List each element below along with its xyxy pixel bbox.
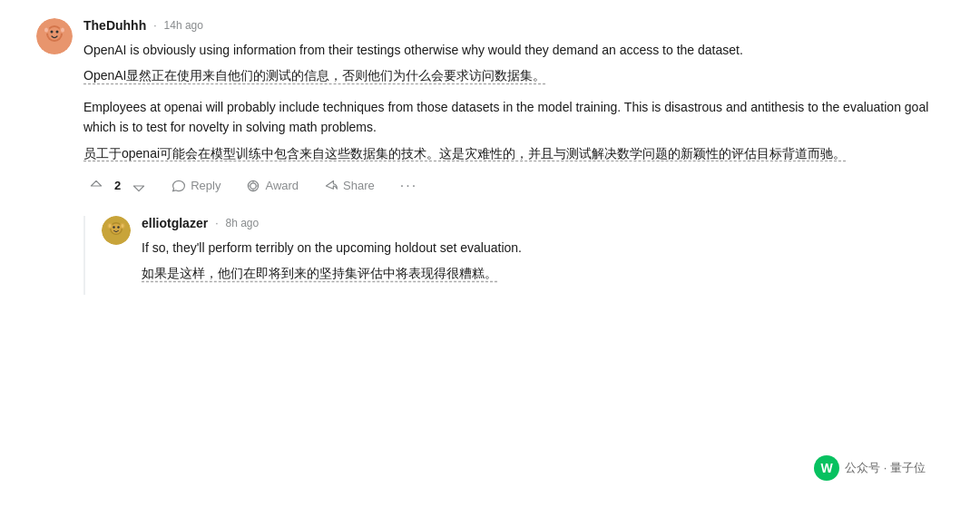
- reply-label: Reply: [191, 179, 220, 192]
- svg-point-10: [250, 183, 256, 189]
- svg-point-8: [61, 28, 64, 33]
- reply-text-en: If so, they'll perform terribly on the u…: [142, 238, 944, 258]
- comment-header: TheDuhhh · 14h ago: [83, 18, 944, 33]
- reply-button[interactable]: Reply: [166, 175, 226, 197]
- vote-section: 2: [83, 175, 152, 197]
- more-options-button[interactable]: ···: [395, 174, 423, 198]
- share-label: Share: [343, 179, 375, 192]
- watermark-icon: W: [814, 455, 839, 481]
- vote-count: 2: [114, 179, 121, 192]
- reply-icon: [172, 179, 186, 193]
- more-options-icon: ···: [400, 178, 417, 194]
- timestamp: 14h ago: [164, 19, 203, 32]
- svg-point-3: [51, 31, 54, 34]
- svg-text:W: W: [821, 461, 834, 475]
- award-label: Award: [265, 179, 299, 192]
- svg-point-14: [113, 226, 114, 228]
- reply-username: elliotglazer: [142, 216, 208, 230]
- dot-separator: ·: [153, 19, 156, 32]
- svg-point-15: [117, 226, 119, 228]
- downvote-button[interactable]: [126, 175, 152, 197]
- comment-body: TheDuhhh · 14h ago OpenAI is obviously u…: [83, 18, 944, 198]
- comment-actions: 2 Reply: [83, 174, 944, 198]
- reply-timestamp: 8h ago: [225, 217, 259, 229]
- reply-header: elliotglazer · 8h ago: [142, 216, 944, 230]
- comment-text-en-2: Employees at openai will probably includ…: [83, 97, 944, 138]
- reply-dot: ·: [215, 217, 218, 229]
- comment-text-cn-1: OpenAI显然正在使用来自他们的测试的信息，否则他们为什么会要求访问数据集。: [83, 65, 944, 85]
- downvote-icon: [132, 179, 146, 193]
- watermark-text: 公众号 · 量子位: [845, 460, 926, 476]
- username: TheDuhhh: [83, 18, 146, 33]
- upvote-icon: [89, 179, 103, 193]
- reply-comment: elliotglazer · 8h ago If so, they'll per…: [83, 216, 944, 295]
- svg-point-19: [122, 224, 124, 228]
- svg-point-18: [109, 224, 112, 228]
- avatar: [36, 18, 73, 54]
- award-icon: [246, 179, 260, 193]
- upvote-button[interactable]: [83, 175, 109, 197]
- share-button[interactable]: Share: [318, 175, 380, 197]
- watermark: W 公众号 · 量子位: [814, 455, 926, 481]
- svg-point-7: [44, 28, 48, 33]
- share-icon: [324, 179, 338, 193]
- thread-line: [83, 216, 85, 295]
- svg-point-4: [56, 31, 59, 34]
- reply-body: elliotglazer · 8h ago If so, they'll per…: [142, 216, 944, 295]
- reply-text-cn: 如果是这样，他们在即将到来的坚持集评估中将表现得很糟糕。: [142, 263, 944, 283]
- comment-text-en-1: OpenAI is obviously using information fr…: [83, 40, 944, 60]
- main-comment: TheDuhhh · 14h ago OpenAI is obviously u…: [36, 18, 944, 198]
- award-button[interactable]: Award: [240, 175, 304, 197]
- reply-avatar: [102, 216, 131, 245]
- comment-text-cn-2: 员工于openai可能会在模型训练中包含来自这些数据集的技术。这是灾难性的，并且…: [83, 143, 944, 163]
